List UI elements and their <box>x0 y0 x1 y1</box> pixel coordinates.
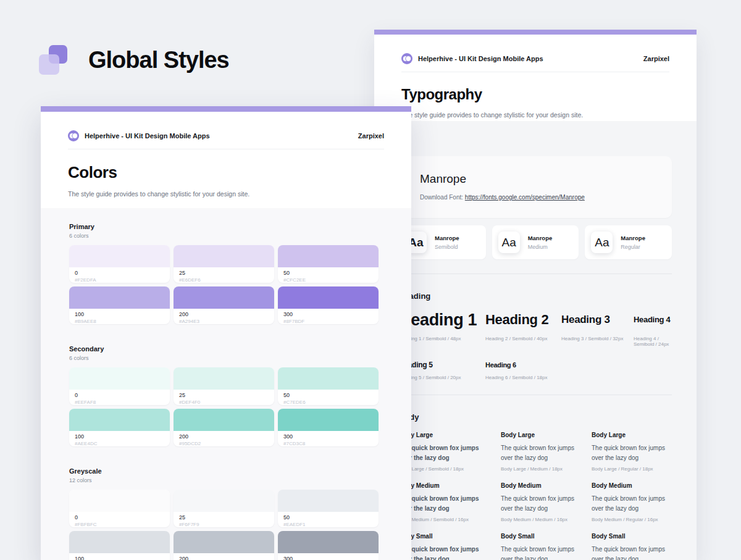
weight-card-regular: Aa Manrope Regular <box>585 225 672 259</box>
heading-2-sample: Heading 2 <box>485 309 561 330</box>
typography-panel: Helperhive - UI Kit Design Mobile Apps Z… <box>374 30 697 560</box>
swatch-hex: #7CD3C8 <box>283 441 373 446</box>
typography-panel-head: Helperhive - UI Kit Design Mobile Apps Z… <box>374 48 697 119</box>
swatch-greyscale-200: 200#BEC4CD <box>174 531 274 560</box>
body-style-spec: Body Medium / Medium / 16px <box>501 517 592 522</box>
swatch-color <box>69 286 170 309</box>
doc-title: Helperhive - UI Kit Design Mobile Apps <box>418 55 638 62</box>
page-title: Global Styles <box>88 47 229 73</box>
swatch-secondary-300: 300#7CD3C8 <box>278 409 379 446</box>
divider <box>399 395 672 395</box>
swatch-secondary-200: 200#95DCD2 <box>174 409 274 446</box>
swatch-step: 100 <box>75 556 164 560</box>
colors-body: Primary 6 colors 0#F2EDFA 25#E6DEF6 50#C… <box>41 208 411 560</box>
heading-5-cell: Heading 5 Heading 5 / Semibold / 20px <box>399 361 485 380</box>
body-style-label: Body Small <box>501 533 592 540</box>
swatch-greyscale-50: 50#EAEDF1 <box>278 490 379 527</box>
swatch-step: 200 <box>179 433 269 440</box>
swatch-color <box>69 531 170 553</box>
font-weights-row: Aa Manrope Semibold Aa Manrope Medium Aa… <box>399 225 672 259</box>
swatch-step: 50 <box>283 514 373 520</box>
body-style-label: Body Medium <box>399 482 501 489</box>
font-family-card: Manrope Download Font: https://fonts.goo… <box>399 156 672 218</box>
aa-specimen-icon: Aa <box>591 232 613 253</box>
body-style-spec: Body Large / Medium / 18px <box>501 466 592 472</box>
body-sample-text: The quick brown fox jumps over the lazy … <box>399 443 484 462</box>
swatch-step: 200 <box>179 311 269 317</box>
weight-name: Semibold <box>435 244 459 250</box>
heading-4-sample: Heading 4 <box>634 309 672 330</box>
swatch-secondary-100: 100#AEE4DC <box>69 409 170 446</box>
swatch-hex: #EEFAF8 <box>75 399 164 405</box>
heading-1-sample: Heading 1 <box>399 309 485 330</box>
weight-card-semibold: Aa Manrope Semibold <box>399 225 486 259</box>
swatch-color <box>174 409 274 431</box>
typography-doc-header: Helperhive - UI Kit Design Mobile Apps Z… <box>401 48 669 72</box>
swatch-color <box>278 490 379 512</box>
swatch-step: 300 <box>283 311 373 317</box>
swatch-color <box>69 245 170 267</box>
heading-samples-row1: Heading 1 Heading 1 / Semibold / 48px He… <box>399 309 672 347</box>
swatch-color <box>174 367 274 390</box>
weight-font-name: Manrope <box>528 235 553 241</box>
section-name: Greyscale <box>69 467 383 475</box>
font-download-row: Download Font: https://fonts.google.com/… <box>420 194 651 201</box>
helperhive-logo-icon <box>68 130 79 141</box>
body-style-label: Body Medium <box>592 482 672 489</box>
swatch-primary-100: 100#B9AEE8 <box>69 286 170 324</box>
body-large-medium-cell: Body Large The quick brown fox jumps ove… <box>501 432 592 472</box>
doc-byline: Zarpixel <box>643 55 669 62</box>
swatch-hex: #B9AEE8 <box>75 319 164 324</box>
heading-5-sample: Heading 5 <box>399 361 485 369</box>
weight-name: Medium <box>528 244 553 250</box>
secondary-swatch-grid: 0#EEFAF8 25#DEF4F0 50#C7EDE6 100#AEE4DC … <box>69 367 383 446</box>
heading-6-cell: Heading 6 Heading 6 / Semibold / 18px <box>485 361 561 380</box>
body-medium-regular-cell: Body Medium The quick brown fox jumps ov… <box>592 482 672 522</box>
heading-2-cell: Heading 2 Heading 2 / Semibold / 40px <box>485 309 561 347</box>
swatch-color <box>174 531 274 553</box>
swatch-step: 100 <box>75 433 164 440</box>
section-count: 6 colors <box>69 355 383 361</box>
global-styles-logo-icon <box>39 43 73 77</box>
heading-4-cell: Heading 4 Heading 4 / Semibold / 24px <box>634 309 672 347</box>
swatch-color <box>174 490 274 512</box>
heading-6-sample: Heading 6 <box>485 361 561 369</box>
swatch-color <box>278 245 379 267</box>
body-style-label: Body Small <box>399 533 501 540</box>
heading-samples-row2: Heading 5 Heading 5 / Semibold / 20px He… <box>399 361 672 380</box>
body-sample-text: The quick brown fox jumps over the lazy … <box>399 545 484 560</box>
heading-5-spec: Heading 5 / Semibold / 20px <box>399 375 485 380</box>
heading-3-sample: Heading 3 <box>561 309 634 330</box>
font-download-label: Download Font: <box>420 194 463 201</box>
body-style-label: Body Large <box>501 432 592 438</box>
swatch-step: 25 <box>179 270 269 276</box>
heading-3-cell: Heading 3 Heading 3 / Semibold / 32px <box>561 309 634 347</box>
swatch-color <box>69 409 170 431</box>
secondary-section: Secondary 6 colors 0#EEFAF8 25#DEF4F0 50… <box>69 345 383 446</box>
swatch-secondary-0: 0#EEFAF8 <box>69 367 170 405</box>
font-name: Manrope <box>420 172 651 186</box>
swatch-step: 50 <box>283 270 373 276</box>
primary-swatch-grid: 0#F2EDFA 25#E6DEF6 50#CFC2EE 100#B9AEE8 … <box>69 245 383 324</box>
heading-section-title: Heading <box>399 291 672 301</box>
swatch-hex: #EAEDF1 <box>283 522 373 527</box>
swatch-greyscale-100: 100#DCE0E5 <box>69 531 170 560</box>
doc-title: Helperhive - UI Kit Design Mobile Apps <box>85 132 353 140</box>
colors-panel-accent-bar <box>41 106 411 112</box>
swatch-color <box>69 490 170 512</box>
body-small-regular-cell: Body Small The quick brown fox jumps ove… <box>592 533 672 560</box>
typography-panel-accent-bar <box>374 30 697 35</box>
swatch-step: 300 <box>283 556 373 560</box>
swatch-primary-50: 50#CFC2EE <box>278 245 379 283</box>
swatch-hex: #F6F7F9 <box>179 522 269 527</box>
divider <box>399 274 672 274</box>
swatch-step: 200 <box>179 556 269 560</box>
body-small-medium-cell: Body Small The quick brown fox jumps ove… <box>501 533 592 560</box>
swatch-step: 0 <box>75 270 164 276</box>
heading-2-spec: Heading 2 / Semibold / 40px <box>485 336 561 341</box>
swatch-hex: #A294E3 <box>179 319 269 324</box>
typography-title: Typography <box>401 86 669 103</box>
swatch-hex: #F2EDFA <box>75 277 164 283</box>
colors-doc-header: Helperhive - UI Kit Design Mobile Apps Z… <box>68 125 384 149</box>
font-download-link[interactable]: https://fonts.google.com/specimen/Manrop… <box>465 194 585 201</box>
